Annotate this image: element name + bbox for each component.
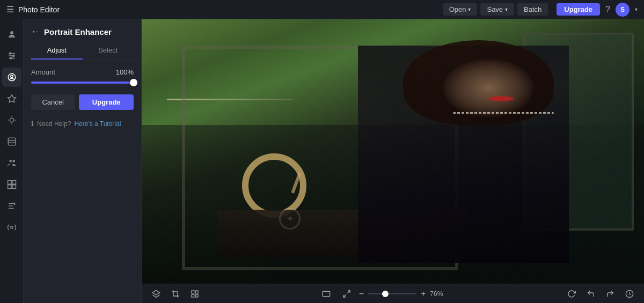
bottom-left — [148, 286, 203, 302]
redo-icon-button[interactable] — [602, 286, 618, 302]
portrait-panel: ← Portrait Enhancer Adjust Select Amount… — [24, 19, 142, 303]
svg-point-18 — [9, 160, 12, 162]
zoom-level: 76% — [430, 290, 448, 298]
sidebar-item-profile[interactable] — [2, 25, 21, 44]
help-link[interactable]: Here's a Tutorial — [74, 120, 121, 128]
help-text: Need Help? — [37, 120, 71, 128]
sidebar-item-graphics[interactable] — [2, 218, 21, 237]
user-chevron-icon[interactable]: ▾ — [635, 6, 638, 12]
sidebar-item-effects[interactable] — [2, 89, 21, 108]
save-chevron-icon: ▾ — [505, 6, 508, 12]
svg-point-5 — [12, 55, 14, 57]
hamburger-icon[interactable]: ☰ — [6, 4, 14, 14]
zoom-slider-thumb[interactable] — [382, 291, 389, 297]
sidebar-item-collage[interactable] — [2, 175, 21, 194]
svg-rect-21 — [12, 181, 16, 184]
save-label: Save — [487, 5, 503, 13]
icon-sidebar — [0, 19, 24, 303]
sidebar-item-people[interactable] — [2, 153, 21, 173]
layers-icon-button[interactable] — [148, 286, 164, 302]
photo-display: ✦ — [142, 19, 644, 284]
svg-rect-31 — [192, 294, 194, 297]
svg-point-8 — [10, 75, 13, 78]
svg-line-35 — [343, 294, 346, 297]
amount-label: Amount — [31, 68, 55, 76]
lips — [488, 96, 514, 101]
refresh-icon-button[interactable] — [564, 286, 580, 302]
svg-rect-32 — [195, 294, 198, 297]
zoom-slider[interactable] — [368, 293, 416, 294]
sidebar-item-portrait[interactable] — [2, 68, 21, 87]
crop-icon-button[interactable] — [167, 286, 184, 302]
svg-point-19 — [12, 160, 15, 162]
expand-icon-button[interactable] — [339, 286, 355, 302]
panel-title: Portrait Enhancer — [44, 27, 112, 36]
sidebar-item-adjust[interactable] — [2, 46, 21, 65]
svg-rect-22 — [8, 185, 11, 189]
bottom-bar: − + 76% — [142, 284, 644, 303]
history-icon-button[interactable] — [621, 286, 638, 302]
back-button[interactable]: ← — [31, 27, 40, 36]
svg-point-27 — [10, 226, 13, 229]
amount-row: Amount 100% — [31, 68, 134, 76]
panel-tabs: Adjust Select — [24, 42, 141, 60]
svg-rect-33 — [323, 291, 330, 296]
grid-icon-button[interactable] — [187, 286, 203, 302]
slider-fill — [31, 82, 134, 84]
face — [443, 59, 533, 117]
batch-button[interactable]: Batch — [517, 3, 548, 16]
amount-value: 100% — [116, 68, 134, 76]
avatar[interactable]: S — [616, 3, 630, 17]
svg-point-0 — [10, 31, 13, 34]
svg-marker-9 — [8, 95, 16, 102]
sidebar-item-enhance[interactable] — [2, 110, 21, 130]
app-title: Photo Editor — [18, 5, 60, 14]
panel-buttons: Cancel Upgrade — [31, 94, 134, 110]
topbar-center: Open ▾ Save ▾ Batch — [443, 3, 548, 16]
cancel-button[interactable]: Cancel — [31, 94, 75, 110]
info-icon: ℹ — [31, 120, 34, 128]
svg-marker-28 — [152, 290, 159, 295]
panel-header: ← Portrait Enhancer — [24, 19, 141, 42]
help-icon[interactable]: ? — [605, 5, 610, 14]
upgrade-panel-button[interactable]: Upgrade — [79, 94, 134, 110]
svg-rect-23 — [12, 185, 16, 189]
fit-screen-icon-button[interactable] — [318, 286, 334, 302]
save-button[interactable]: Save ▾ — [480, 3, 514, 16]
necklace — [453, 112, 553, 114]
sidebar-item-layers[interactable] — [2, 132, 21, 151]
bottom-center: − + 76% — [207, 286, 559, 302]
tab-adjust[interactable]: Adjust — [31, 42, 83, 60]
panel-content: Amount 100% Cancel Upgrade ℹ Need Help? … — [24, 60, 141, 136]
svg-rect-20 — [8, 181, 11, 184]
slider-thumb[interactable] — [130, 79, 137, 86]
svg-point-10 — [10, 118, 14, 122]
open-button[interactable]: Open ▾ — [443, 3, 478, 16]
canvas-image[interactable]: ✦ — [142, 19, 644, 284]
svg-point-6 — [10, 57, 12, 59]
tab-select[interactable]: Select — [83, 42, 134, 60]
main-area: ← Portrait Enhancer Adjust Select Amount… — [0, 19, 644, 303]
svg-rect-29 — [192, 291, 194, 293]
open-label: Open — [449, 5, 466, 13]
zoom-out-button[interactable]: − — [359, 289, 364, 299]
sidebar-item-text[interactable] — [2, 196, 21, 216]
bottom-right — [564, 286, 638, 302]
help-row: ℹ Need Help? Here's a Tutorial — [31, 120, 134, 128]
svg-rect-30 — [195, 291, 198, 293]
batch-label: Batch — [524, 5, 541, 13]
svg-point-4 — [9, 53, 11, 54]
open-chevron-icon: ▾ — [468, 6, 471, 12]
topbar-left: ☰ Photo Editor — [6, 4, 438, 14]
svg-rect-15 — [8, 138, 16, 145]
topbar: ☰ Photo Editor Open ▾ Save ▾ Batch Upgra… — [0, 0, 644, 19]
upgrade-button[interactable]: Upgrade — [557, 3, 600, 16]
amount-slider[interactable] — [31, 82, 134, 84]
canvas-area: ✦ — [142, 19, 644, 303]
watermark: ✦ — [252, 186, 327, 252]
zoom-in-button[interactable]: + — [421, 289, 426, 299]
svg-line-34 — [347, 291, 350, 293]
undo-icon-button[interactable] — [583, 286, 599, 302]
topbar-right: Upgrade ? S ▾ — [557, 3, 638, 17]
